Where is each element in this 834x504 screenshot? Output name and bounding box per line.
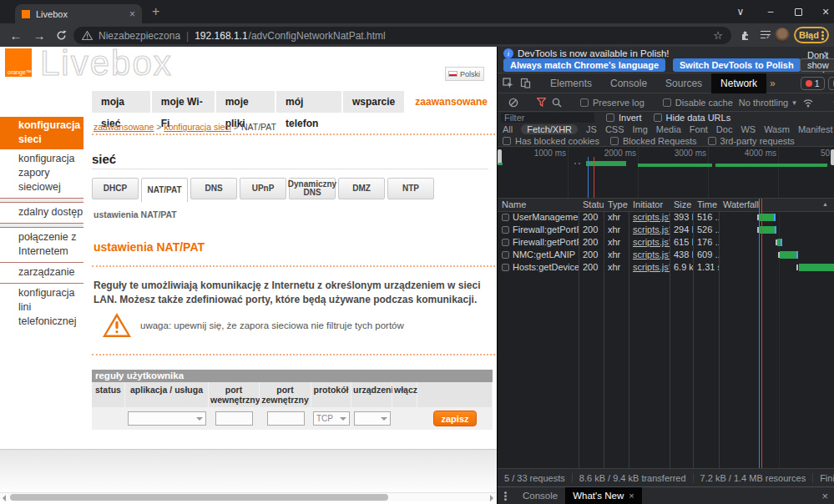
filter-input[interactable] <box>501 113 594 123</box>
tab-console[interactable]: Console <box>601 73 656 93</box>
forward-button[interactable]: → <box>30 27 48 43</box>
request-initiator-link[interactable]: scripts.js?... <box>633 224 670 234</box>
tab-search-chevron-icon[interactable]: ∨ <box>728 0 753 23</box>
media-controls-icon[interactable]: ♪ <box>758 28 773 42</box>
filter-manifest[interactable]: Manifest <box>798 124 833 134</box>
sort-asc-icon[interactable]: ▲ <box>822 201 828 207</box>
sidebar-item-linia-telefoniczna[interactable]: konfiguracja lini telefonicznej <box>0 284 83 332</box>
inspect-element-icon[interactable] <box>503 78 513 88</box>
filter-ws[interactable]: WS <box>740 124 756 134</box>
nav-tab-moj-telefon[interactable]: mój telefon <box>276 91 341 113</box>
header-waterfall[interactable]: Waterfall <box>719 199 834 211</box>
disable-cache-checkbox[interactable]: Disable cache <box>663 98 733 108</box>
row-checkbox-icon[interactable] <box>502 239 509 246</box>
restore-button[interactable] <box>786 0 811 23</box>
hide-data-urls-checkbox[interactable]: Hide data URLs <box>654 113 731 123</box>
profile-avatar[interactable] <box>775 28 790 43</box>
horizontal-scrollbar[interactable] <box>0 492 497 501</box>
drawer-tab-whats-new[interactable]: What's New × <box>565 487 641 504</box>
switch-polish-button[interactable]: Switch DevTools to Polish <box>673 58 801 72</box>
preserve-log-checkbox[interactable]: Preserve log <box>580 98 644 108</box>
has-blocked-cookies-checkbox[interactable]: Has blocked cookies <box>503 136 599 146</box>
match-language-button[interactable]: Always match Chrome's language <box>503 58 665 72</box>
filter-fetch-xhr[interactable]: Fetch/XHR <box>521 124 578 134</box>
filter-media[interactable]: Media <box>656 124 681 134</box>
nav-tab-moje-wifi[interactable]: moje Wi-Fi <box>152 91 215 113</box>
filter-all[interactable]: All <box>503 124 513 134</box>
sidebar-item-zdalny-dostep[interactable]: zdalny dostęp <box>0 203 83 224</box>
tab-elements[interactable]: Elements <box>541 73 601 93</box>
tab-close-icon[interactable]: × <box>129 9 135 19</box>
network-conditions-icon[interactable] <box>802 98 814 108</box>
filter-funnel-icon[interactable] <box>537 98 546 107</box>
request-initiator-link[interactable]: scripts.js?... <box>633 249 670 260</box>
dont-show-again-button[interactable]: Don't show again <box>800 58 834 72</box>
browser-menu-error-button[interactable]: Błąd <box>794 27 829 43</box>
request-row[interactable]: Firewall:getPortFor... 200 xhr scripts.j… <box>498 236 834 249</box>
sidebar-item-zapora[interactable]: konfiguracja zapory sieciowej <box>0 149 83 199</box>
drawer-close-icon[interactable]: × <box>821 490 828 502</box>
subtab-dns[interactable]: DNS <box>190 178 237 199</box>
breadcrumb-link-konfiguracja-sieci[interactable]: konfiguracja sieci <box>164 122 231 132</box>
header-type[interactable]: Type <box>604 199 629 211</box>
external-port-input[interactable] <box>267 411 305 426</box>
search-icon[interactable] <box>552 98 562 108</box>
browser-tab[interactable]: Livebox × <box>15 4 142 23</box>
back-button[interactable]: ← <box>7 27 25 43</box>
subtab-natpat[interactable]: NAT/PAT <box>141 178 188 203</box>
protocol-select[interactable]: TCP <box>313 411 350 426</box>
overview-right-handle[interactable] <box>831 149 834 165</box>
more-tabs-icon[interactable]: » <box>766 78 779 89</box>
sidebar-item-konfiguracja-sieci[interactable]: konfiguracja sieci <box>0 117 83 149</box>
sidebar-item-zarzadzanie[interactable]: zarządzanie <box>0 263 83 284</box>
filter-font[interactable]: Font <box>690 124 708 134</box>
row-checkbox-icon[interactable] <box>502 226 509 234</box>
drawer-tab-close-icon[interactable]: × <box>629 491 634 501</box>
request-initiator-link[interactable]: scripts.js?... <box>633 262 670 272</box>
save-button[interactable]: zapisz <box>433 411 477 426</box>
request-initiator-link[interactable]: scripts.js?... <box>633 237 670 247</box>
nav-tab-wsparcie[interactable]: wsparcie <box>343 91 404 113</box>
scroll-left-icon[interactable] <box>3 495 6 501</box>
bookmark-star-icon[interactable]: ☆ <box>713 29 723 42</box>
language-button[interactable]: Polski <box>445 67 484 81</box>
device-select[interactable] <box>354 411 391 426</box>
header-time[interactable]: Time <box>693 199 719 211</box>
extensions-puzzle-icon[interactable] <box>738 28 753 42</box>
new-tab-button[interactable]: + <box>152 5 159 18</box>
close-window-button[interactable]: × <box>813 0 834 23</box>
filter-img[interactable]: Img <box>633 124 648 134</box>
request-row[interactable]: UserManagement:... 200 xhr scripts.js?..… <box>498 211 834 224</box>
application-select[interactable] <box>128 411 206 426</box>
nav-tab-zaawansowane[interactable]: zaawansowane <box>406 91 497 113</box>
issues-badge[interactable]: 2 <box>828 77 834 90</box>
third-party-checkbox[interactable]: 3rd-party requests <box>708 136 795 146</box>
tab-network[interactable]: Network <box>711 73 766 93</box>
filter-doc[interactable]: Doc <box>716 124 733 134</box>
invert-checkbox[interactable]: Invert <box>606 113 642 123</box>
tab-sources[interactable]: Sources <box>656 73 711 93</box>
internal-port-input[interactable] <box>215 411 253 426</box>
nav-tab-moja-siec[interactable]: moja sieć <box>92 91 150 113</box>
drawer-menu-kebab-icon[interactable] <box>504 495 507 497</box>
header-initiator[interactable]: Initiator <box>629 199 670 211</box>
request-row[interactable]: Hosts:getDevices 200 xhr scripts.js?... … <box>498 261 834 274</box>
row-checkbox-icon[interactable] <box>502 251 509 259</box>
request-row[interactable]: NMC:getLANIP 200 xhr scripts.js?... 438 … <box>498 249 834 261</box>
request-row[interactable]: Firewall:getPortFor... 200 xhr scripts.j… <box>498 224 834 236</box>
filter-css[interactable]: CSS <box>605 124 624 134</box>
row-checkbox-icon[interactable] <box>502 214 509 221</box>
scrollbar-thumb[interactable] <box>10 494 388 501</box>
throttling-select[interactable]: No throttling▾ <box>739 98 796 108</box>
clear-button[interactable] <box>508 98 518 108</box>
error-badge[interactable]: 1 <box>801 77 825 90</box>
row-checkbox-icon[interactable] <box>502 264 509 271</box>
filter-js[interactable]: JS <box>586 124 597 134</box>
subtab-dmz[interactable]: DMZ <box>338 178 385 199</box>
address-bar[interactable]: Niezabezpieczona | 192.168.1.1 /advConfi… <box>73 27 731 44</box>
device-toolbar-icon[interactable] <box>520 78 531 88</box>
scroll-right-icon[interactable] <box>490 495 493 501</box>
network-overview-timeline[interactable]: 1000 ms 2000 ms 3000 ms 4000 ms 50 <box>498 147 834 199</box>
header-size[interactable]: Size <box>670 199 693 211</box>
reload-button[interactable] <box>52 27 70 43</box>
